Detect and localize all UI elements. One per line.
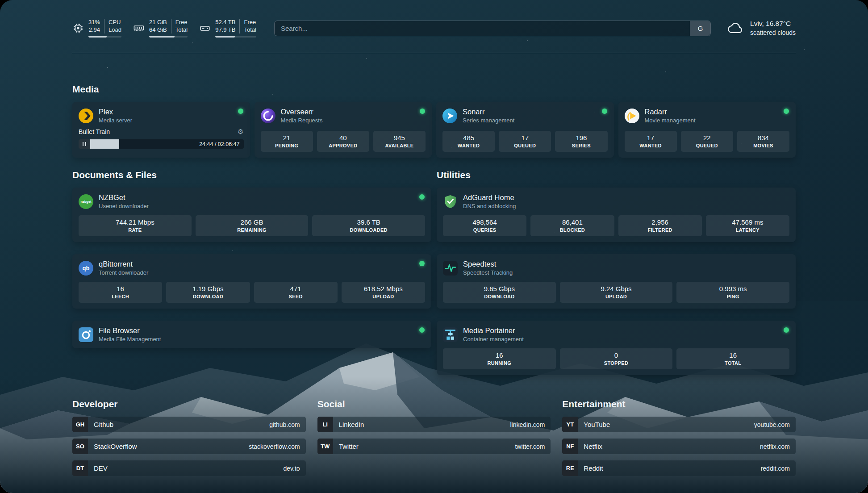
stat-running: 16 RUNNING	[443, 348, 556, 369]
stat-filtered: 2,956 FILTERED	[618, 215, 702, 236]
stat-leech: 16 LEECH	[79, 282, 162, 303]
link-dev[interactable]: DT DEV dev.to	[72, 460, 306, 476]
dev-icon: DT	[72, 460, 88, 476]
media-section-title: Media	[72, 84, 796, 95]
pause-icon[interactable]	[79, 139, 90, 149]
overseerr-icon	[261, 109, 275, 123]
sonarr-card[interactable]: Sonarr Series management 485 WANTED 17 Q…	[436, 102, 614, 158]
entertainment-section: Entertainment YT YouTube youtube.com NF …	[562, 398, 796, 482]
twitter-icon: TW	[317, 439, 333, 454]
gear-icon[interactable]: ⚙	[238, 128, 243, 136]
stat-upload: 618.52 Mbps UPLOAD	[342, 282, 425, 303]
portainer-status-dot	[784, 327, 789, 333]
entertainment-section-title: Entertainment	[562, 398, 796, 410]
documents-section: Documents & Files nzbget NZBGet Usenet d…	[72, 169, 431, 375]
link-twitter[interactable]: TW Twitter twitter.com	[317, 439, 551, 454]
overseerr-card[interactable]: Overseerr Media Requests 21 PENDING 40 A…	[255, 102, 432, 158]
radarr-name: Radarr	[645, 108, 696, 116]
disk-monitor: 52.4 TB 97.9 TB Free Total	[199, 19, 256, 38]
stat-available: 945 AVAILABLE	[373, 131, 426, 152]
plex-subtitle: Media server	[99, 117, 132, 124]
search-engine-button[interactable]: G	[690, 21, 710, 36]
overseerr-name: Overseerr	[281, 108, 323, 116]
qbittorrent-status-dot	[419, 261, 425, 266]
stat-download: 9.65 Gbps DOWNLOAD	[443, 282, 556, 303]
disk-label-2: Total	[244, 26, 256, 34]
link-github[interactable]: GH Github github.com	[72, 417, 306, 432]
sonarr-icon	[442, 109, 457, 123]
radarr-subtitle: Movie management	[645, 117, 696, 124]
overseerr-subtitle: Media Requests	[281, 117, 323, 124]
qbittorrent-card[interactable]: qb qBittorrent Torrent downloader 16 LEE…	[72, 254, 431, 309]
stat-wanted: 17 WANTED	[625, 131, 677, 152]
portainer-card[interactable]: Media Portainer Container management 16 …	[437, 321, 796, 375]
radarr-card[interactable]: Radarr Movie management 17 WANTED 22 QUE…	[618, 102, 796, 158]
disk-progress-bar	[215, 36, 256, 38]
social-section-title: Social	[317, 398, 551, 410]
netflix-icon: NF	[562, 439, 578, 454]
speedtest-subtitle: Speedtest Tracking	[463, 269, 513, 276]
link-reddit[interactable]: RE Reddit reddit.com	[562, 460, 796, 476]
stat-downloaded: 39.6 TB DOWNLOADED	[312, 215, 425, 236]
stat-wanted: 485 WANTED	[442, 131, 495, 152]
link-linkedin[interactable]: LI LinkedIn linkedin.com	[317, 417, 551, 432]
link-netflix[interactable]: NF Netflix netflix.com	[562, 439, 796, 454]
reddit-icon: RE	[562, 460, 578, 476]
weather-condition: scattered clouds	[750, 29, 796, 37]
social-section: Social LI LinkedIn linkedin.com TW Twitt…	[317, 398, 551, 482]
plex-progress-bar: 24:44 / 02:06:47	[79, 139, 244, 149]
nzbget-name: NZBGet	[99, 193, 149, 202]
background-stars	[0, 0, 1, 1]
plex-card[interactable]: Plex Media server Bullet Train ⚙ 24:44	[72, 102, 250, 158]
ram-monitor: 21 GiB 64 GiB Free Total	[133, 19, 188, 38]
utilities-section-title: Utilities	[437, 169, 796, 181]
portainer-icon	[443, 327, 458, 342]
adguard-card[interactable]: AdGuard Home DNS and adblocking 498,564 …	[437, 188, 796, 242]
cloud-icon	[726, 21, 745, 35]
sonarr-name: Sonarr	[463, 108, 514, 116]
qbittorrent-subtitle: Torrent downloader	[99, 269, 148, 276]
stat-ping: 0.993 ms PING	[676, 282, 789, 303]
filebrowser-subtitle: Media File Management	[99, 336, 161, 343]
system-monitors: 31% 2.94 CPU Load	[72, 19, 256, 38]
filebrowser-name: File Browser	[99, 326, 161, 335]
ram-progress-bar	[149, 36, 188, 38]
nzbget-card[interactable]: nzbget NZBGet Usenet downloader 744.21 M…	[72, 188, 431, 242]
qbittorrent-name: qBittorrent	[99, 260, 148, 268]
stat-download: 1.19 Gbps DOWNLOAD	[166, 282, 250, 303]
linkedin-icon: LI	[317, 417, 333, 432]
plex-playback-time: 24:44 / 02:06:47	[199, 141, 239, 147]
weather-widget: Lviv, 16.87°C scattered clouds	[726, 19, 796, 37]
nzbget-icon: nzbget	[79, 194, 93, 209]
cpu-icon	[72, 22, 84, 34]
sonarr-status-dot	[602, 109, 607, 114]
nzbget-subtitle: Usenet downloader	[99, 203, 149, 209]
plex-name: Plex	[99, 108, 132, 116]
search-bar: G	[274, 21, 711, 36]
disk-free: 52.4 TB	[215, 19, 235, 26]
link-stackoverflow[interactable]: SO StackOverflow stackoverflow.com	[72, 439, 306, 454]
stat-rate: 744.21 Mbps RATE	[79, 215, 192, 236]
stat-remaining: 266 GB REMAINING	[196, 215, 309, 236]
ram-label-2: Total	[175, 26, 188, 34]
disk-label-1: Free	[244, 19, 256, 26]
disk-total: 97.9 TB	[215, 26, 235, 34]
plex-now-playing-title: Bullet Train	[79, 128, 110, 135]
cpu-load: 2.94	[89, 26, 100, 34]
speedtest-icon	[443, 261, 458, 276]
adguard-name: AdGuard Home	[463, 193, 516, 202]
search-input[interactable]	[275, 25, 690, 32]
stat-blocked: 86,401 BLOCKED	[530, 215, 614, 236]
filebrowser-card[interactable]: File Browser Media File Management	[72, 321, 431, 348]
cpu-progress-bar	[88, 36, 121, 38]
radarr-status-dot	[784, 109, 789, 114]
utilities-section: Utilities AdGuard Home DNS and adblockin…	[437, 169, 796, 375]
stat-seed: 471 SEED	[254, 282, 338, 303]
cpu-label-1: CPU	[108, 19, 121, 26]
cpu-label-2: Load	[108, 26, 121, 34]
speedtest-card[interactable]: Speedtest Speedtest Tracking 9.65 Gbps D…	[437, 254, 796, 309]
qbittorrent-icon: qb	[79, 261, 93, 276]
link-youtube[interactable]: YT YouTube youtube.com	[562, 417, 796, 432]
ram-label-1: Free	[175, 19, 188, 26]
adguard-subtitle: DNS and adblocking	[463, 203, 516, 209]
